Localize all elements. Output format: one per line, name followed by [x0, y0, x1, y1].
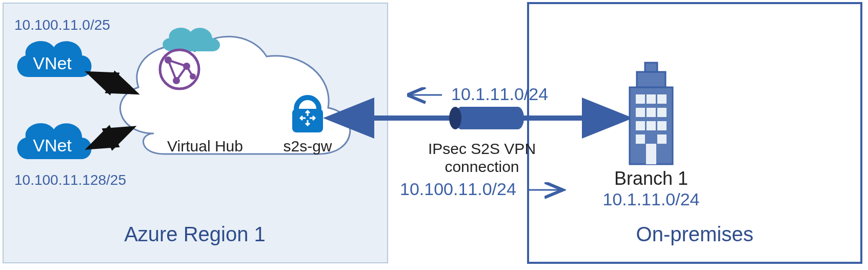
svg-point-0 — [160, 50, 199, 89]
svg-rect-21 — [636, 108, 645, 117]
advertise-left-cidr: 10.1.11.0/24 — [451, 84, 548, 104]
svg-rect-17 — [645, 63, 657, 72]
svg-rect-20 — [657, 94, 667, 104]
svg-rect-18 — [636, 94, 645, 104]
svg-rect-26 — [657, 121, 667, 130]
svg-rect-16 — [637, 72, 665, 87]
vnet1-label: VNet — [33, 53, 72, 73]
branch-building-icon — [630, 63, 673, 164]
diagram-canvas: { "azure": { "region_label": "Azure Regi… — [0, 0, 868, 270]
svg-rect-23 — [657, 108, 667, 117]
svg-point-5 — [165, 56, 172, 64]
svg-point-6 — [183, 63, 190, 70]
advertise-right-cidr: 10.100.11.0/24 — [400, 179, 516, 199]
branch-label: Branch 1 — [614, 168, 688, 189]
svg-rect-19 — [647, 94, 656, 104]
vpn-type-line1: IPsec S2S VPN — [428, 140, 536, 157]
virtual-hub-label: Virtual Hub — [167, 138, 243, 155]
svg-point-12 — [512, 107, 524, 129]
s2s-gateway-label: s2s-gw — [283, 138, 332, 155]
azure-region-label: Azure Region 1 — [124, 223, 266, 245]
svg-rect-24 — [636, 121, 645, 130]
svg-rect-29 — [646, 144, 656, 164]
network-globe-icon — [160, 50, 199, 89]
vnet2-cidr: 10.100.11.128/25 — [14, 172, 126, 188]
svg-rect-27 — [636, 134, 645, 144]
vpn-type-line2: connection — [445, 158, 519, 175]
vnet1-cidr: 10.100.11.0/25 — [14, 17, 110, 33]
svg-rect-22 — [647, 108, 656, 117]
onprem-box-label: On-premises — [636, 223, 754, 245]
svg-rect-11 — [461, 107, 518, 129]
branch-cidr: 10.1.11.0/24 — [602, 189, 699, 209]
vpn-tunnel-icon — [449, 107, 524, 129]
svg-rect-28 — [657, 134, 667, 144]
svg-rect-25 — [647, 121, 656, 130]
svg-point-7 — [173, 77, 180, 84]
vnet2-label: VNet — [33, 136, 72, 155]
svg-point-8 — [190, 73, 196, 80]
svg-point-14 — [449, 107, 461, 129]
